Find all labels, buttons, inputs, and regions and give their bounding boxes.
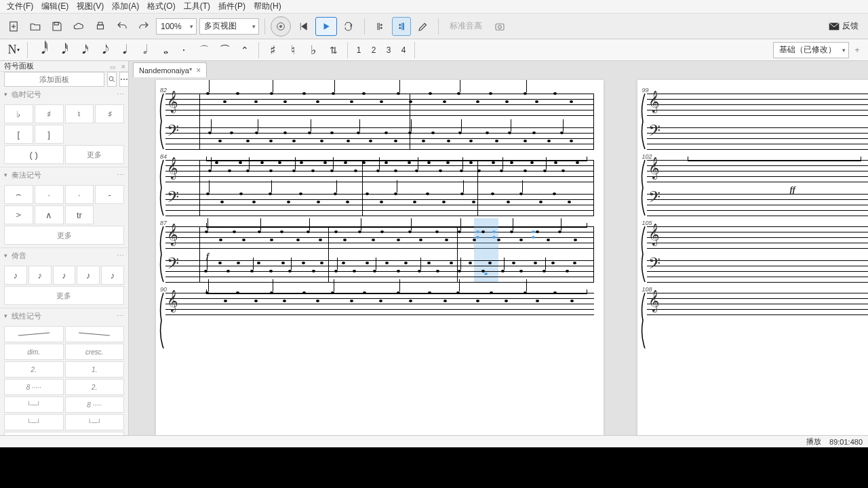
repeat-start-button[interactable] [370, 17, 389, 36]
add-workspace-button[interactable]: + [850, 42, 864, 58]
palette-cell[interactable] [4, 326, 64, 342]
palette-cell[interactable]: 8 ····· [4, 379, 64, 395]
menu-help[interactable]: 帮助(H) [250, 0, 285, 14]
viewmode-select[interactable]: 多页视图 [199, 18, 259, 35]
marcato-button[interactable]: ⌃ [235, 41, 254, 60]
natural-button[interactable]: ♮ [283, 41, 302, 60]
treble-staff[interactable]: 𝄞 [165, 160, 594, 182]
print-button[interactable] [91, 17, 110, 36]
palette-cell[interactable]: ♮ [65, 104, 94, 123]
tab-close-icon[interactable]: × [196, 66, 201, 75]
palette-cell[interactable]: ] [35, 125, 64, 144]
menu-plugins[interactable]: 插件(P) [214, 0, 250, 14]
repeat-end-button[interactable] [392, 17, 411, 36]
staff-system[interactable]: 82 𝄞 𝄢 [165, 94, 594, 149]
palette-cell[interactable]: · [65, 185, 94, 204]
staff-system[interactable]: 108 𝄞 [647, 293, 868, 314]
note-region[interactable] [199, 285, 591, 323]
staff-system[interactable]: 99 𝄞 𝄢 [647, 94, 868, 149]
workspace-select[interactable]: 基础（已修改） [773, 42, 849, 58]
new-score-button[interactable] [4, 17, 23, 36]
feedback-button[interactable]: 反馈 [823, 20, 864, 32]
loop-button[interactable] [340, 17, 359, 36]
menu-tools[interactable]: 工具(T) [180, 0, 214, 14]
edit-mode-button[interactable] [414, 17, 433, 36]
dot-button[interactable]: · [174, 41, 193, 60]
rewind-button[interactable] [294, 17, 313, 36]
palette-cell[interactable]: ♭ [4, 104, 33, 123]
staff-system[interactable]: 90 𝄞 [165, 293, 594, 314]
note-region[interactable] [199, 218, 591, 256]
treble-staff[interactable]: 𝄞 f [165, 226, 594, 248]
duration-8th-button[interactable]: 𝅘𝅥𝅮 [93, 41, 112, 60]
palette-head-lines[interactable]: 线性记号⋯ [0, 308, 128, 323]
bass-staff[interactable]: 𝄢 [165, 127, 594, 149]
palette-more[interactable]: 更多 [4, 226, 124, 245]
sharp-button[interactable]: ♯ [263, 41, 282, 60]
voice-1-button[interactable]: 1 [352, 42, 366, 58]
palette-cell[interactable]: ♪ [53, 266, 76, 285]
treble-staff[interactable]: 𝄞 [165, 94, 594, 115]
note-input-mode-button[interactable]: N▾ [4, 41, 23, 60]
palette-search-button[interactable] [107, 72, 117, 87]
slur-button[interactable]: ⁀ [215, 41, 234, 60]
note-region[interactable] [199, 85, 591, 123]
palette-head-articulations[interactable]: 奏法记号⋯ [0, 167, 128, 182]
palette-cell[interactable]: ♪ [28, 266, 52, 285]
menu-edit[interactable]: 编辑(E) [37, 0, 73, 14]
palette-cell[interactable]: └─┘ [4, 396, 64, 413]
flat-button[interactable]: ♭ [304, 41, 323, 60]
duration-whole-button[interactable]: 𝅝 [154, 41, 173, 60]
redo-button[interactable] [134, 17, 153, 36]
duration-32nd-button[interactable]: 𝅘𝅥𝅰 [52, 41, 71, 60]
palette-cell[interactable]: └─┘ [4, 414, 64, 430]
palette-cell[interactable]: ♯ [35, 104, 64, 123]
palette-cell[interactable]: ∧ [35, 205, 64, 224]
tie-button[interactable]: ⌒ [195, 41, 214, 60]
menu-view[interactable]: 视图(V) [73, 0, 108, 14]
palette-cell[interactable]: - [95, 185, 124, 204]
palette-cell[interactable]: └─┘ [65, 414, 125, 430]
palette-head-accidentals[interactable]: 临时记号⋯ [0, 87, 128, 102]
palette-cell[interactable]: 8 ····· [65, 396, 125, 413]
flip-button[interactable]: ⇅ [324, 41, 343, 60]
duration-half-button[interactable]: 𝅗𝅥 [134, 41, 153, 60]
staff-system[interactable]: 105 𝄞 𝄢 [647, 226, 868, 282]
staff-system[interactable]: 87 𝄞 f [165, 226, 594, 282]
staff-system[interactable]: 84 𝄞 𝄢 [165, 160, 594, 216]
palette-cell[interactable]: 1. [65, 361, 125, 378]
palette-more[interactable]: 更多 [4, 432, 124, 435]
palette-cell[interactable]: [ [4, 125, 33, 144]
palette-more-button[interactable]: ⋯ [119, 72, 129, 87]
palette-close-icon[interactable]: × [121, 62, 125, 70]
duration-16th-button[interactable]: 𝅘𝅥𝅯 [73, 41, 92, 60]
duration-quarter-button[interactable]: 𝅘𝅥 [113, 41, 132, 60]
palette-cell[interactable]: ＞ [4, 205, 33, 224]
save-button[interactable] [47, 17, 66, 36]
voice-4-button[interactable]: 4 [397, 42, 410, 58]
palette-cell[interactable]: · [35, 185, 64, 204]
undo-button[interactable] [113, 17, 132, 36]
palette-cell[interactable]: dim. [4, 344, 64, 360]
palette-more[interactable]: 更多 [4, 286, 124, 305]
duration-64th-button[interactable]: 𝅘𝅥𝅱 [32, 41, 51, 60]
palette-cell[interactable]: ♪ [77, 266, 100, 285]
open-button[interactable] [26, 17, 45, 36]
staff-system[interactable]: 102 𝄞 ff 𝄢 [647, 160, 868, 216]
palette-cell[interactable]: ⌢ [4, 185, 33, 204]
note-region[interactable] [199, 152, 591, 190]
palette-cell[interactable]: ♪ [101, 266, 124, 285]
voice-3-button[interactable]: 3 [382, 42, 395, 58]
palette-cell[interactable]: 2. [65, 379, 125, 395]
bass-staff[interactable]: 𝄢 [165, 194, 594, 216]
treble-staff[interactable]: 𝄞 [165, 293, 594, 314]
concert-pitch-label[interactable]: 标准音高 [444, 20, 488, 32]
menu-format[interactable]: 格式(O) [143, 0, 179, 14]
score-viewport[interactable]: 82 𝄞 𝄢 [129, 77, 868, 435]
palette-search-input[interactable] [4, 72, 104, 87]
palette-cell[interactable]: tr [65, 205, 94, 224]
palette-cell[interactable]: ♯ [95, 104, 124, 123]
cloud-button[interactable] [69, 17, 88, 36]
palette-cell[interactable]: ( ) [4, 145, 64, 164]
bass-staff[interactable]: 𝄢 [165, 260, 594, 282]
